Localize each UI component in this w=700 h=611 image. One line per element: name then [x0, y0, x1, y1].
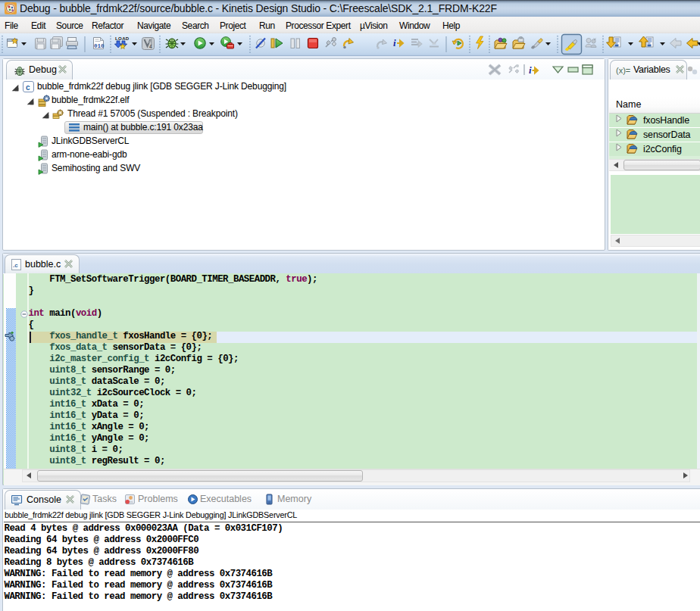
svg-text:LOAD: LOAD [115, 36, 130, 41]
svg-text:i: i [529, 64, 532, 76]
svg-text:.c: .c [13, 262, 18, 269]
svg-text:4: 4 [149, 44, 152, 49]
svg-text:010: 010 [94, 43, 105, 49]
svg-text:c: c [26, 83, 30, 92]
svg-text:i: i [393, 37, 396, 48]
